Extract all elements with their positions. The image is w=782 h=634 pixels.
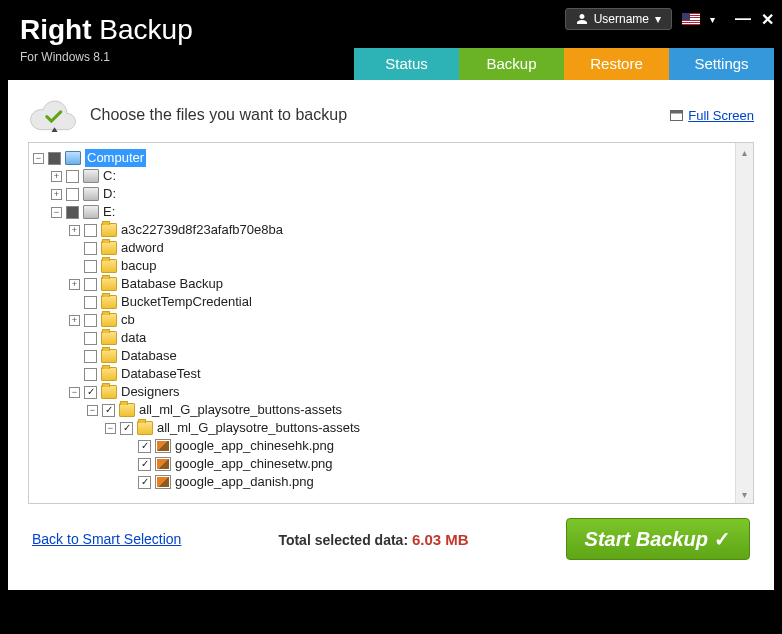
folder-icon: [101, 349, 117, 363]
start-button-label: Start Backup: [585, 528, 708, 551]
checkbox[interactable]: ✓: [84, 386, 97, 399]
fullscreen-icon: [670, 110, 683, 121]
expander-icon[interactable]: −: [69, 387, 80, 398]
computer-icon: [65, 151, 81, 165]
checkbox[interactable]: ✓: [138, 476, 151, 489]
tree-node-file[interactable]: ✓google_app_chinesetw.png: [33, 455, 729, 473]
tab-settings[interactable]: Settings: [669, 48, 774, 80]
app-title-area: Right Backup For Windows 8.1: [20, 14, 193, 64]
bottom-strip: [0, 590, 782, 626]
scroll-up-icon[interactable]: ▴: [736, 143, 753, 161]
node-label: bacup: [121, 257, 156, 275]
tree-node-file[interactable]: ✓google_app_chinesehk.png: [33, 437, 729, 455]
back-to-smart-selection-link[interactable]: Back to Smart Selection: [32, 531, 181, 547]
minimize-button[interactable]: —: [735, 10, 751, 29]
expander-icon[interactable]: −: [33, 153, 44, 164]
tree-inner: − Computer + C: + D:: [33, 149, 749, 497]
checkbox[interactable]: ✓: [102, 404, 115, 417]
tree-node-drive-e[interactable]: − E:: [33, 203, 729, 221]
checkbox[interactable]: [84, 224, 97, 237]
folder-icon: [101, 277, 117, 291]
checkbox[interactable]: [84, 332, 97, 345]
checkbox[interactable]: ✓: [138, 440, 151, 453]
tree-node-drive-c[interactable]: + C:: [33, 167, 729, 185]
header-controls: Username ▾ ▾ — ✕: [565, 8, 774, 30]
tree-node-folder[interactable]: +a3c22739d8f23afafb70e8ba: [33, 221, 729, 239]
app-title: Right Backup: [20, 14, 193, 46]
checkbox[interactable]: [84, 242, 97, 255]
expander-icon[interactable]: +: [51, 189, 62, 200]
folder-icon: [137, 421, 153, 435]
tree-node-drive-d[interactable]: + D:: [33, 185, 729, 203]
checkbox[interactable]: [84, 278, 97, 291]
app-subtitle: For Windows 8.1: [20, 50, 193, 64]
node-label: Batabase Backup: [121, 275, 223, 293]
page-heading: Choose the files you want to backup: [90, 106, 347, 124]
checkbox[interactable]: [66, 206, 79, 219]
tree-node-folder[interactable]: Database: [33, 347, 729, 365]
tab-status[interactable]: Status: [354, 48, 459, 80]
expander-icon[interactable]: +: [69, 279, 80, 290]
chevron-down-icon[interactable]: ▾: [710, 14, 715, 25]
expander-icon[interactable]: −: [51, 207, 62, 218]
tree-node-folder[interactable]: DatabaseTest: [33, 365, 729, 383]
svg-rect-1: [671, 111, 683, 114]
tree-node-folder[interactable]: +Batabase Backup: [33, 275, 729, 293]
node-label: a3c22739d8f23afafb70e8ba: [121, 221, 283, 239]
total-data: Total selected data: 6.03 MB: [278, 531, 468, 548]
close-button[interactable]: ✕: [761, 10, 774, 29]
folder-icon: [101, 385, 117, 399]
user-dropdown[interactable]: Username ▾: [565, 8, 672, 30]
tree-node-folder[interactable]: +cb: [33, 311, 729, 329]
folder-icon: [101, 259, 117, 273]
image-file-icon: [155, 439, 171, 453]
folder-icon: [101, 313, 117, 327]
tree-node-folder[interactable]: data: [33, 329, 729, 347]
tree-node-folder[interactable]: BucketTempCredential: [33, 293, 729, 311]
tree-node-folder[interactable]: −✓Designers: [33, 383, 729, 401]
heading-row: Choose the files you want to backup Full…: [28, 98, 754, 132]
checkbox[interactable]: [84, 260, 97, 273]
nav-tabs: Status Backup Restore Settings: [354, 48, 774, 80]
tab-backup[interactable]: Backup: [459, 48, 564, 80]
expander-icon[interactable]: +: [69, 225, 80, 236]
tree-node-file[interactable]: ✓google_app_danish.png: [33, 473, 729, 491]
expander-icon[interactable]: −: [105, 423, 116, 434]
tree-node-folder[interactable]: −✓all_ml_G_playsotre_buttons-assets: [33, 401, 729, 419]
node-label: data: [121, 329, 146, 347]
checkbox[interactable]: [84, 368, 97, 381]
expander-icon[interactable]: +: [69, 315, 80, 326]
checkbox[interactable]: [84, 350, 97, 363]
cloud-check-icon: [28, 98, 78, 132]
tree-node-folder[interactable]: bacup: [33, 257, 729, 275]
checkbox[interactable]: ✓: [120, 422, 133, 435]
checkbox[interactable]: ✓: [138, 458, 151, 471]
checkbox[interactable]: [84, 314, 97, 327]
node-label: D:: [103, 185, 116, 203]
drive-icon: [83, 169, 99, 183]
tree-node-folder[interactable]: −✓all_ml_G_playsotre_buttons-assets: [33, 419, 729, 437]
tree-node-computer[interactable]: − Computer: [33, 149, 729, 167]
checkbox[interactable]: [66, 170, 79, 183]
file-tree: − Computer + C: + D:: [28, 142, 754, 504]
language-flag[interactable]: [682, 13, 700, 25]
checkbox[interactable]: [48, 152, 61, 165]
node-label: all_ml_G_playsotre_buttons-assets: [139, 401, 342, 419]
tab-restore[interactable]: Restore: [564, 48, 669, 80]
checkbox[interactable]: [84, 296, 97, 309]
fullscreen-link[interactable]: Full Screen: [670, 108, 754, 123]
expander-icon[interactable]: −: [87, 405, 98, 416]
footer: Back to Smart Selection Total selected d…: [28, 504, 754, 574]
tree-node-folder[interactable]: adword: [33, 239, 729, 257]
window-controls: — ✕: [735, 10, 774, 29]
scroll-down-icon[interactable]: ▾: [736, 485, 753, 503]
expander-icon[interactable]: +: [51, 171, 62, 182]
scrollbar[interactable]: ▴ ▾: [735, 143, 753, 503]
checkbox[interactable]: [66, 188, 79, 201]
chevron-down-icon: ▾: [655, 12, 661, 26]
node-label: Designers: [121, 383, 180, 401]
node-label: cb: [121, 311, 135, 329]
start-backup-button[interactable]: Start Backup ✓: [566, 518, 750, 560]
header: Right Backup For Windows 8.1 Username ▾ …: [0, 0, 782, 80]
node-label: BucketTempCredential: [121, 293, 252, 311]
